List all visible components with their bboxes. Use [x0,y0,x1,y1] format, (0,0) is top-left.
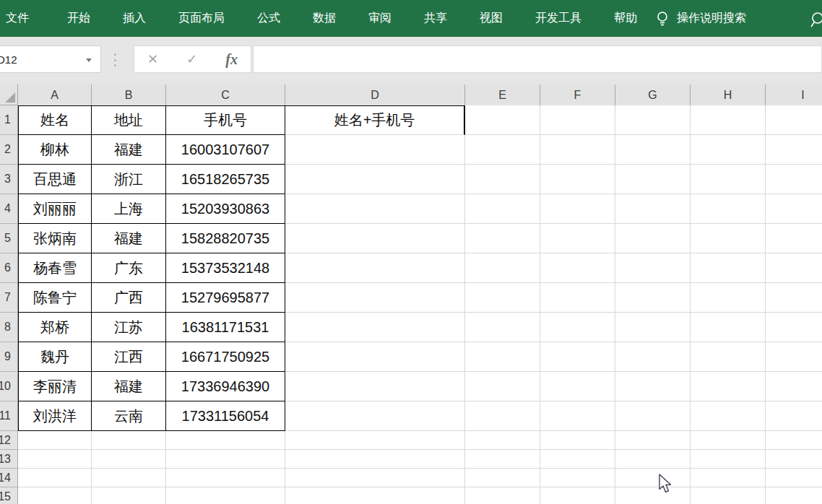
cell-F12[interactable] [540,431,615,450]
cell-D4[interactable] [285,194,465,224]
cell-B9[interactable]: 江西 [92,342,166,372]
cell-C4[interactable]: 15203930863 [166,194,285,224]
cell-G1[interactable] [615,105,691,135]
cell-A5[interactable]: 张炳南 [18,224,92,253]
cell-A9[interactable]: 魏丹 [18,342,92,372]
row-header-13[interactable]: 13 [0,450,17,469]
cell-F8[interactable] [540,313,615,342]
cell-A14[interactable] [18,469,92,487]
cell-I4[interactable] [766,194,822,224]
cell-D1[interactable]: 姓名+手机号 [285,105,465,135]
tab-审阅[interactable]: 审阅 [368,11,391,26]
cell-E15[interactable] [465,487,540,504]
col-header-H[interactable]: H [691,84,766,105]
cell-A1[interactable]: 姓名 [18,105,92,135]
tab-插入[interactable]: 插入 [123,11,146,26]
cell-C11[interactable]: 17331156054 [166,401,285,431]
cell-F4[interactable] [540,194,615,224]
cell-G5[interactable] [615,224,691,253]
row-header-8[interactable]: 8 [0,313,17,342]
col-header-F[interactable]: F [540,84,615,105]
tab-数据[interactable]: 数据 [313,11,336,26]
col-header-E[interactable]: E [465,84,540,105]
cell-E7[interactable] [465,283,540,313]
cell-B3[interactable]: 浙江 [92,165,166,194]
cell-E11[interactable] [465,401,540,431]
cell-E4[interactable] [465,194,540,224]
cell-H15[interactable] [691,487,766,504]
cell-A8[interactable]: 郑桥 [18,313,92,342]
cell-B6[interactable]: 广东 [92,253,166,283]
row-header-1[interactable]: 1 [0,105,17,135]
cell-G6[interactable] [615,253,691,283]
cell-D2[interactable] [285,135,465,165]
cell-F3[interactable] [540,165,615,194]
tab-视图[interactable]: 视图 [480,11,503,26]
cell-D10[interactable] [285,372,465,401]
name-box[interactable]: D12 [0,45,101,73]
search-icon[interactable] [810,12,822,32]
row-header-10[interactable]: 10 [0,372,17,401]
cell-G11[interactable] [615,401,691,431]
cell-A4[interactable]: 刘丽丽 [18,194,92,224]
cell-B7[interactable]: 广西 [92,283,166,313]
tab-开发工具[interactable]: 开发工具 [535,11,581,26]
cell-B13[interactable] [92,450,166,469]
cell-F2[interactable] [540,135,615,165]
cell-D13[interactable] [285,450,465,469]
cell-D12[interactable] [285,431,465,450]
cell-B5[interactable]: 福建 [92,224,166,253]
row-header-14[interactable]: 14 [0,469,17,487]
cell-A12[interactable] [18,431,92,450]
row-header-3[interactable]: 3 [0,165,17,194]
row-header-2[interactable]: 2 [0,135,17,165]
cell-C7[interactable]: 15279695877 [166,283,285,313]
tab-帮助[interactable]: 帮助 [614,11,637,26]
cell-E1[interactable] [465,105,540,135]
tell-me-search[interactable]: 操作说明搜索 [656,0,746,37]
cell-B14[interactable] [92,469,166,487]
tab-公式[interactable]: 公式 [257,11,280,26]
cell-C14[interactable] [166,469,285,487]
tab-文件[interactable]: 文件 [6,11,29,26]
cell-G8[interactable] [615,313,691,342]
row-header-15[interactable]: 15 [0,487,17,504]
cell-G12[interactable] [615,431,691,450]
cell-D7[interactable] [285,283,465,313]
cell-A7[interactable]: 陈鲁宁 [18,283,92,313]
cell-I1[interactable] [766,105,822,135]
cell-B8[interactable]: 江苏 [92,313,166,342]
cell-I12[interactable] [766,431,822,450]
row-header-4[interactable]: 4 [0,194,17,224]
cell-D6[interactable] [285,253,465,283]
cell-F5[interactable] [540,224,615,253]
tab-页面布局[interactable]: 页面布局 [178,11,225,26]
cell-H1[interactable] [691,105,766,135]
tab-共享[interactable]: 共享 [424,11,447,26]
cell-H9[interactable] [691,342,766,372]
cell-I11[interactable] [766,401,822,431]
cell-D5[interactable] [285,224,465,253]
cell-G15[interactable] [615,487,691,504]
cell-H5[interactable] [691,224,766,253]
col-header-A[interactable]: A [18,84,92,105]
cell-G4[interactable] [615,194,691,224]
cell-E9[interactable] [465,342,540,372]
cell-D15[interactable] [285,487,465,504]
cell-F7[interactable] [540,283,615,313]
cell-B2[interactable]: 福建 [92,135,166,165]
cell-H13[interactable] [691,450,766,469]
row-header-11[interactable]: 11 [0,401,17,431]
cell-I7[interactable] [766,283,822,313]
col-header-B[interactable]: B [92,84,166,105]
cell-C9[interactable]: 16671750925 [166,342,285,372]
cell-E5[interactable] [465,224,540,253]
cell-I15[interactable] [766,487,822,504]
col-header-I[interactable]: I [766,84,822,105]
cell-C8[interactable]: 16381171531 [166,313,285,342]
cell-G7[interactable] [615,283,691,313]
cell-G9[interactable] [615,342,691,372]
col-header-D[interactable]: D [285,84,465,105]
col-header-C[interactable]: C [166,84,285,105]
cell-C6[interactable]: 15373532148 [166,253,285,283]
